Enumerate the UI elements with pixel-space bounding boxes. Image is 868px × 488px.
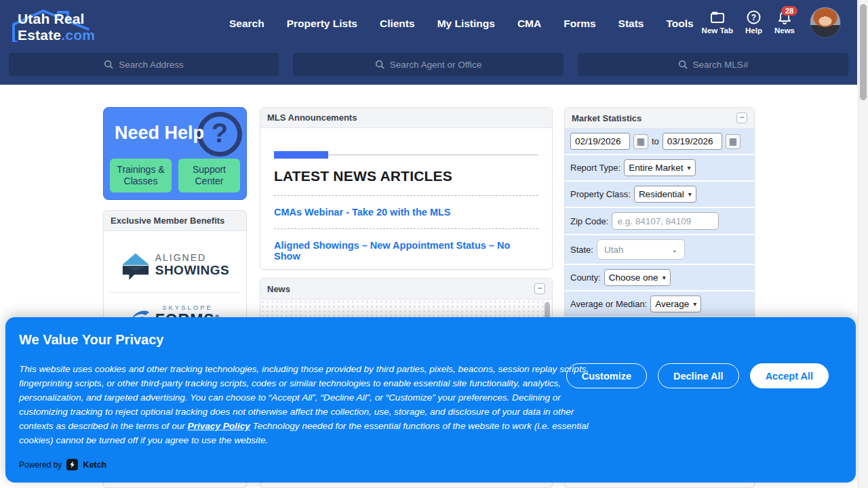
latest-news-heading: LATEST NEWS ARTICLES [274, 168, 538, 184]
search-mls-input[interactable]: Search MLS# [578, 53, 848, 76]
nav-cma[interactable]: CMA [517, 18, 541, 30]
ketch-name: Ketch [83, 460, 106, 470]
page-scrollbar[interactable] [858, 0, 868, 488]
search-icon [104, 60, 113, 69]
chevron-down-icon: ▾ [688, 190, 692, 198]
state-select[interactable]: Utah⌄ [597, 239, 685, 260]
decline-all-button[interactable]: Decline All [658, 363, 739, 388]
property-class-select[interactable]: Residential▾ [634, 186, 696, 203]
aligned-showings-icon [121, 249, 151, 281]
collapse-icon[interactable]: − [736, 113, 747, 123]
need-help-title: Need Help [115, 123, 204, 144]
search-icon [375, 60, 384, 69]
county-select[interactable]: Choose one▾ [604, 269, 671, 286]
member-benefits-header: Exclusive Member Benefits [104, 211, 246, 231]
privacy-policy-link[interactable]: Privacy Policy [188, 421, 250, 431]
customize-button[interactable]: Customize [566, 363, 647, 388]
help-icon: ? [747, 10, 761, 24]
nav-stats[interactable]: Stats [618, 18, 644, 30]
trainings-classes-button[interactable]: Trainings & Classes [110, 159, 172, 192]
mls-announcements-card: MLS Announcements LATEST NEWS ARTICLES C… [260, 107, 553, 270]
chevron-down-icon: ▾ [687, 164, 690, 171]
zip-code-label: Zip Code: [570, 216, 608, 226]
average-median-select[interactable]: Average▾ [650, 296, 701, 312]
logo-text: Utah Real Estate.com [18, 11, 164, 43]
date-range-row: 02/19/2026 ▦ to 03/19/2026 ▦ [565, 129, 754, 155]
user-avatar[interactable] [810, 7, 841, 38]
news-count-badge: 28 [781, 6, 797, 16]
search-agent-input[interactable]: Search Agent or Office [293, 53, 564, 76]
zip-code-input[interactable] [612, 212, 719, 230]
privacy-banner-text: This website uses cookies and other trac… [19, 362, 597, 447]
chevron-down-icon: ⌄ [672, 246, 677, 253]
report-type-label: Report Type: [570, 163, 620, 173]
page-scrollbar-thumb[interactable] [860, 4, 867, 100]
average-median-label: Average or Median: [570, 299, 647, 309]
nav-clients[interactable]: Clients [380, 18, 415, 30]
news-header: News − [260, 279, 552, 300]
state-label: State: [570, 245, 593, 255]
article-link-cmas-webinar[interactable]: CMAs Webinar - Take 20 with the MLS [274, 207, 538, 218]
need-help-card: Need Help ? Trainings & Classes Support … [103, 107, 247, 200]
mls-announcements-header: MLS Announcements [260, 108, 552, 128]
aligned-showings-logo[interactable]: ALIGNED SHOWINGS [109, 238, 241, 292]
collapse-icon[interactable]: − [534, 283, 545, 294]
nav-search[interactable]: Search [229, 18, 264, 30]
support-center-button[interactable]: Support Center [178, 159, 240, 192]
market-statistics-header: Market Statistics − [565, 108, 754, 129]
cookie-consent-banner: We Value Your Privacy This website uses … [5, 317, 856, 483]
help-button[interactable]: ? Help [745, 10, 762, 35]
privacy-banner-title: We Value Your Privacy [19, 332, 163, 348]
chevron-down-icon: ▾ [693, 300, 696, 308]
nav-property-lists[interactable]: Property Lists [287, 18, 357, 30]
county-label: County: [570, 272, 601, 283]
accept-all-button[interactable]: Accept All [750, 363, 829, 388]
nav-forms[interactable]: Forms [564, 18, 595, 30]
divider [274, 228, 538, 229]
main-navigation: Search Property Lists Clients My Listing… [229, 18, 694, 30]
powered-by-label: Powered by [19, 460, 62, 470]
calendar-icon[interactable]: ▦ [633, 134, 648, 149]
search-icon [678, 60, 688, 69]
article-link-aligned-showings[interactable]: Aligned Showings – New Appointment Statu… [274, 240, 538, 262]
report-type-select[interactable]: Entire Market▾ [624, 159, 695, 176]
search-address-input[interactable]: Search Address [9, 53, 279, 76]
top-header: Utah Real Estate.com Search Property Lis… [0, 0, 857, 85]
divider [274, 195, 538, 196]
date-from-input[interactable]: 02/19/2026 [570, 133, 630, 150]
property-class-label: Property Class: [570, 189, 631, 199]
svg-text:?: ? [751, 13, 756, 22]
nav-my-listings[interactable]: My Listings [437, 18, 495, 30]
new-tab-icon [710, 11, 725, 24]
chevron-down-icon: ▾ [663, 274, 666, 281]
carousel-progress [274, 151, 538, 159]
calendar-icon[interactable]: ▦ [726, 134, 741, 149]
ketch-logo-icon[interactable] [66, 459, 78, 470]
site-logo[interactable]: Utah Real Estate.com [8, 5, 164, 42]
news-button[interactable]: 28 News [774, 10, 795, 35]
new-tab-button[interactable]: New Tab [702, 11, 733, 35]
date-to-input[interactable]: 03/19/2026 [663, 133, 722, 150]
nav-tools[interactable]: Tools [666, 18, 693, 30]
